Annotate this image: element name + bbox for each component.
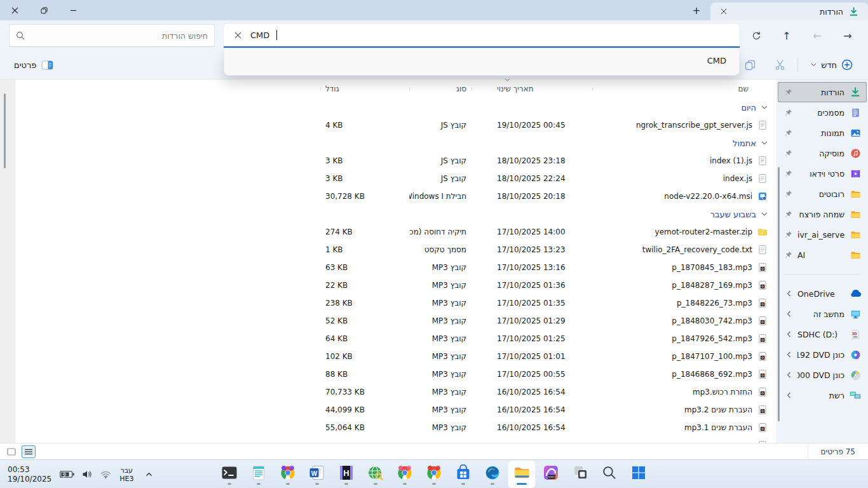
file-row[interactable]: index.js 18/10/2025 22:24 קובץ JS 3 KB xyxy=(15,170,776,187)
show-hidden-icons-button[interactable] xyxy=(146,472,153,477)
volume-icon[interactable] xyxy=(82,470,93,478)
wifi-icon[interactable] xyxy=(100,471,111,478)
mp3-icon xyxy=(757,351,768,362)
file-row[interactable]: p_1848287_169.mp3 17/10/2025 01:36 קובץ … xyxy=(15,276,776,294)
sidebar-item[interactable]: מסמכים xyxy=(778,102,867,123)
file-row[interactable] xyxy=(15,437,776,443)
column-header-size[interactable]: גודל xyxy=(320,85,409,93)
battery-charging-icon[interactable] xyxy=(60,470,74,478)
sidebar-item[interactable]: רובוטים xyxy=(778,184,867,204)
chevron-left-icon[interactable] xyxy=(784,392,793,398)
file-list-scrollbar-track[interactable] xyxy=(0,79,15,443)
chevron-left-icon[interactable] xyxy=(784,372,793,378)
chevron-left-icon[interactable] xyxy=(784,290,793,297)
suggestion-item[interactable]: CMD xyxy=(224,51,739,70)
sidebar-item[interactable]: כונן DVD‏ 7.20192 xyxy=(778,344,867,365)
sidebar-item[interactable]: הורדות xyxy=(778,82,867,102)
sidebar-item[interactable]: כונן DVD‏ ce 2000 xyxy=(778,365,867,385)
column-header-date-modified[interactable]: תאריך שינוי xyxy=(471,85,592,93)
file-row[interactable]: העברת שנים 1.mp3 16/10/2025 16:54 קובץ M… xyxy=(15,419,776,437)
taskbar-app-windows-start[interactable] xyxy=(625,461,652,488)
taskbar-app-chrome-profile-pink[interactable] xyxy=(391,461,418,488)
file-row[interactable]: node-v22.20.0-x64.msi 18/10/2025 20:18 ח… xyxy=(15,187,776,205)
minimize-icon xyxy=(70,7,77,14)
group-header[interactable]: אתמול xyxy=(15,134,776,152)
cut-button[interactable] xyxy=(771,55,790,74)
taskbar-app-file-explorer[interactable] xyxy=(508,461,535,488)
running-indicator xyxy=(344,483,348,485)
explorer-tab-downloads[interactable]: הורדות xyxy=(710,3,868,20)
videos-icon xyxy=(849,167,862,180)
taskbar-app-edge[interactable] xyxy=(479,461,506,488)
large-icons-view-button[interactable] xyxy=(4,445,18,458)
chevron-left-icon[interactable] xyxy=(784,311,793,317)
chrome-profile-purple-icon xyxy=(280,464,297,481)
sidebar-item[interactable]: מחשב זה xyxy=(778,304,867,324)
search-input[interactable] xyxy=(30,31,208,41)
file-row[interactable]: p_1846868_692.mp3 17/10/2025 00:55 קובץ … xyxy=(15,365,776,383)
group-header[interactable]: בשבוע שעבר xyxy=(15,205,776,223)
file-size: 30,728 KB xyxy=(320,192,409,201)
file-row[interactable]: p_1847107_100.mp3 17/10/2025 01:01 קובץ … xyxy=(15,348,776,365)
details-view-button[interactable] xyxy=(22,445,36,458)
sidebar-item[interactable]: רשת xyxy=(778,385,867,405)
file-row[interactable]: index (1).js 18/10/2025 23:18 קובץ JS 3 … xyxy=(15,152,776,170)
language-indicator[interactable]: עבר HE3 xyxy=(119,466,133,483)
file-row[interactable]: p_1870845_183.mp3 17/10/2025 13:16 קובץ … xyxy=(15,259,776,276)
file-row[interactable]: העברת שנים 2.mp3 16/10/2025 16:54 קובץ M… xyxy=(15,401,776,419)
navigation-bar: → ← ↑ CMD CMD xyxy=(0,20,868,51)
taskbar-app-snipping-tool[interactable] xyxy=(567,461,593,488)
taskbar-app-microsoft-store[interactable] xyxy=(450,461,477,488)
address-bar[interactable]: CMD xyxy=(224,24,740,48)
taskbar-app-notepad[interactable] xyxy=(245,461,272,488)
chevron-left-icon[interactable] xyxy=(784,331,793,337)
taskbar-app-chrome-profile-purple[interactable] xyxy=(275,461,301,488)
sidebar-item[interactable]: שמחה פורצח xyxy=(778,204,867,224)
up-button[interactable]: ↑ xyxy=(775,25,798,46)
file-row[interactable]: p_1847926_542.mp3 17/10/2025 01:25 קובץ … xyxy=(15,330,776,348)
sidebar-item[interactable]: AI xyxy=(778,245,867,265)
file-row[interactable]: החזרת רכוש.mp3 16/10/2025 16:54 קובץ MP3… xyxy=(15,383,776,401)
file-row[interactable]: twilio_2FA_recovery_code.txt 17/10/2025 … xyxy=(15,241,776,259)
sidebar-item[interactable]: תמונות xyxy=(778,123,867,143)
taskbar-app-web-lookup[interactable] xyxy=(362,461,389,488)
file-type: קובץ MP3 xyxy=(409,370,471,379)
clear-address-button[interactable] xyxy=(231,29,244,41)
column-header-type[interactable]: סוג xyxy=(409,85,471,93)
sidebar-item[interactable]: סרטי וידאו xyxy=(778,163,867,184)
restore-window-button[interactable] xyxy=(29,0,58,20)
group-header[interactable]: היום xyxy=(15,98,776,116)
column-header-name[interactable]: שם xyxy=(592,85,776,93)
file-list-scrollbar-thumb[interactable] xyxy=(4,93,6,168)
back-button[interactable]: → xyxy=(836,25,859,46)
file-row[interactable]: yemot-router2-master.zip 17/10/2025 14:0… xyxy=(15,223,776,241)
taskbar-app-terminal[interactable] xyxy=(216,461,243,488)
chevron-left-icon[interactable] xyxy=(784,351,793,358)
search-box[interactable] xyxy=(9,24,215,47)
sidebar-item[interactable]: SD SDHC (D:) xyxy=(778,324,867,344)
close-window-button[interactable] xyxy=(0,0,29,20)
close-tab-button[interactable] xyxy=(717,5,731,18)
taskbar-app-word[interactable]: W xyxy=(304,461,330,488)
copy-button[interactable] xyxy=(740,55,759,74)
taskbar-app-m365[interactable]: M365 xyxy=(538,461,564,488)
address-input-text[interactable]: CMD xyxy=(250,30,269,40)
refresh-button[interactable] xyxy=(745,25,768,46)
file-row[interactable]: p_1848030_742.mp3 17/10/2025 01:29 קובץ … xyxy=(15,312,776,330)
forward-button[interactable]: ← xyxy=(806,25,829,46)
sidebar-item[interactable]: ivr_ai_server xyxy=(778,224,867,245)
titlebar[interactable]: הורדות + xyxy=(0,0,868,20)
details-pane-button[interactable]: פרטים xyxy=(10,58,57,72)
sidebar-item[interactable]: מוסיקה xyxy=(778,143,867,163)
sidebar-scrollbar[interactable] xyxy=(778,167,780,421)
sidebar-item[interactable]: OneDrive xyxy=(778,283,867,304)
new-tab-button[interactable]: + xyxy=(689,4,704,17)
taskbar-app-chrome-profile-red[interactable] xyxy=(421,461,447,488)
taskbar-clock[interactable]: 00:53 19/10/2025 xyxy=(8,465,51,484)
file-row[interactable]: p_1848226_73.mp3 17/10/2025 01:35 קובץ M… xyxy=(15,294,776,312)
file-row[interactable]: ngrok_transcribe_gpt_server.js 19/10/202… xyxy=(15,116,776,134)
taskbar-app-h-app[interactable]: H xyxy=(333,461,360,488)
taskbar-app-search[interactable] xyxy=(596,461,623,488)
minimize-window-button[interactable] xyxy=(58,0,88,20)
new-button[interactable]: חדש xyxy=(806,55,858,74)
